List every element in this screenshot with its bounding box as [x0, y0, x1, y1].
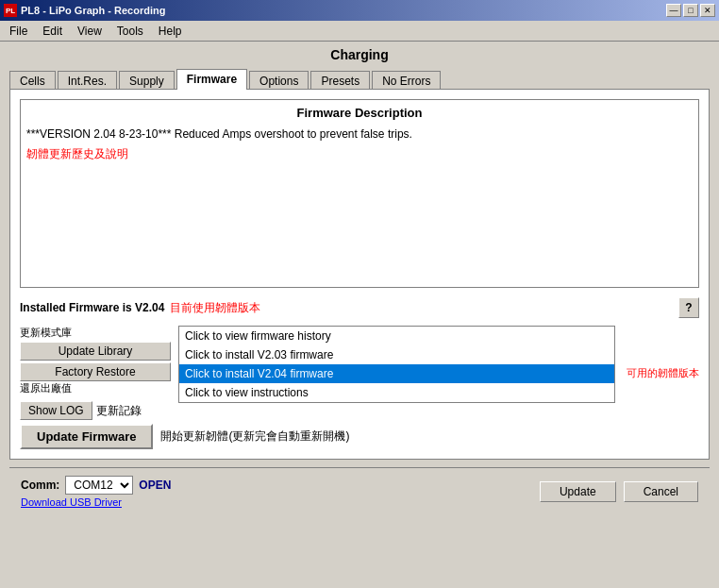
title-bar: PL PL8 - LiPo Graph - Recording — □ ✕	[0, 0, 719, 21]
firmware-desc-link[interactable]: 韌體更新歷史及說明	[26, 147, 128, 160]
tab-options[interactable]: Options	[249, 71, 309, 91]
menu-bar: FileEditViewToolsHelp	[0, 21, 719, 42]
charging-title: Charging	[330, 47, 388, 62]
update-firmware-row: Update Firmware 開始更新韌體(更新完會自動重新開機)	[20, 424, 699, 449]
tab-supply[interactable]: Supply	[119, 71, 175, 91]
update-firmware-button[interactable]: Update Firmware	[20, 424, 153, 449]
menu-item-file[interactable]: File	[4, 23, 33, 40]
tab-cells[interactable]: Cells	[9, 71, 56, 91]
menu-item-edit[interactable]: Edit	[37, 23, 68, 40]
comm-label: Comm:	[21, 479, 59, 492]
factory-restore-label: 還原出廠值	[20, 381, 171, 395]
menu-item-tools[interactable]: Tools	[111, 23, 149, 40]
log-row: Show LOG 更新記錄	[20, 401, 171, 420]
tab-noerrors[interactable]: No Errors	[372, 71, 441, 91]
update-library-label: 更新模式庫	[20, 326, 171, 340]
comm-section: Comm: COM12 OPEN Download USB Driver	[21, 476, 171, 508]
show-log-label: 更新記錄	[96, 403, 142, 419]
update-firmware-chinese: 開始更新韌體(更新完會自動重新開機)	[160, 428, 349, 445]
factory-restore-button[interactable]: Factory Restore	[20, 362, 171, 381]
main-container: CellsInt.Res.SupplyFirmwareOptionsPreset…	[0, 68, 719, 525]
update-library-button[interactable]: Update Library	[20, 342, 171, 361]
firmware-list: Click to view firmware historyClick to i…	[178, 326, 615, 403]
firmware-desc-wrapper: Firmware Description ***VERSION 2.04 8-2…	[20, 99, 699, 288]
bottom-bar: Comm: COM12 OPEN Download USB Driver Upd…	[9, 467, 710, 515]
tab-firmware[interactable]: Firmware	[176, 69, 247, 90]
open-label: OPEN	[139, 479, 171, 492]
update-button[interactable]: Update	[540, 481, 616, 502]
question-button[interactable]: ?	[678, 297, 699, 318]
cancel-button[interactable]: Cancel	[624, 481, 698, 502]
show-log-button[interactable]: Show LOG	[20, 401, 92, 420]
firmware-desc-text: ***VERSION 2.04 8-23-10*** Reduced Amps …	[26, 127, 693, 141]
installed-firmware-chinese: 目前使用韌體版本	[170, 300, 260, 316]
tab-panel: Firmware Description ***VERSION 2.04 8-2…	[9, 89, 710, 460]
firmware-list-item[interactable]: Click to install V2.03 firmware	[179, 345, 614, 364]
menu-item-help[interactable]: Help	[153, 23, 188, 40]
firmware-middle-area: 更新模式庫 Update Library Factory Restore 還原出…	[20, 326, 699, 420]
firmware-list-item[interactable]: Click to view instructions	[179, 383, 614, 402]
left-controls-section: 更新模式庫 Update Library Factory Restore 還原出…	[20, 326, 171, 420]
firmware-list-item[interactable]: Click to view firmware history	[179, 327, 614, 345]
available-firmware-label: 可用的韌體版本	[623, 326, 699, 420]
minimize-button[interactable]: —	[666, 4, 681, 17]
usb-driver-link[interactable]: Download USB Driver	[21, 496, 171, 508]
maximize-button[interactable]: □	[683, 4, 698, 17]
installed-firmware-label: Installed Firmware is V2.04	[20, 301, 164, 314]
title-bar-buttons: — □ ✕	[666, 4, 715, 17]
firmware-list-item[interactable]: Click to install V2.04 firmware	[179, 364, 614, 383]
app-icon: PL	[4, 4, 17, 17]
firmware-desc-title: Firmware Description	[26, 106, 693, 120]
close-button[interactable]: ✕	[700, 4, 715, 17]
firmware-description-box: Firmware Description ***VERSION 2.04 8-2…	[20, 99, 699, 288]
window-title: PL8 - LiPo Graph - Recording	[21, 5, 165, 16]
tab-bar: CellsInt.Res.SupplyFirmwareOptionsPreset…	[9, 68, 710, 89]
tab-presets[interactable]: Presets	[310, 71, 370, 91]
firmware-list-container: Click to view firmware historyClick to i…	[178, 326, 615, 420]
installed-firmware-row: Installed Firmware is V2.04 目前使用韌體版本 ?	[20, 297, 699, 318]
comm-select[interactable]: COM12	[65, 476, 133, 495]
charging-header: Charging	[0, 42, 719, 68]
bottom-buttons: Update Cancel	[540, 481, 698, 502]
tab-intres[interactable]: Int.Res.	[58, 71, 117, 91]
title-bar-left: PL PL8 - LiPo Graph - Recording	[4, 4, 165, 17]
menu-item-view[interactable]: View	[72, 23, 108, 40]
